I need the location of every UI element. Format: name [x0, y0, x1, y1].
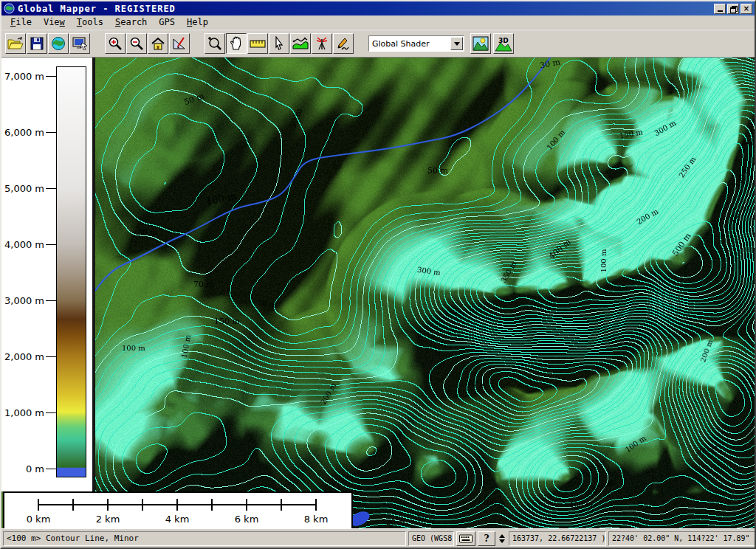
digitizer-button[interactable]: [333, 33, 354, 54]
spinner-down-icon[interactable]: [499, 539, 505, 546]
scalebar-tick: [72, 499, 74, 511]
global-mapper-window: Global Mapper - REGISTERED × FileViewToo…: [0, 0, 756, 549]
map-workspace: 50 m100 m50 m50 m30 m100 m150 m300 m400 …: [1, 58, 756, 531]
legend-tick-label: 5,000 m: [1, 183, 44, 194]
menu-item-help[interactable]: Help: [181, 16, 214, 28]
legend-tick: [46, 356, 56, 357]
dropdown-arrow-icon[interactable]: [450, 37, 463, 50]
legend-tick: [46, 244, 56, 245]
view-shed-button[interactable]: [312, 33, 332, 54]
help-button[interactable]: ?: [478, 531, 495, 546]
contour-label: 70 m: [193, 280, 214, 289]
scale-bar: 0 km2 km4 km6 km8 km: [3, 491, 353, 530]
3d-view-icon: 3D: [495, 35, 512, 52]
contour-label: 400 m: [742, 139, 756, 147]
menu-item-view[interactable]: View: [38, 16, 71, 28]
legend-tick: [46, 412, 56, 413]
window-title: Global Mapper - REGISTERED: [18, 4, 714, 14]
elevation-legend: 7,000 m6,000 m5,000 m4,000 m3,000 m2,000…: [1, 58, 95, 491]
shader-dropdown-value: Global Shader: [369, 39, 450, 49]
scalebar-label: 8 km: [304, 514, 329, 525]
scalebar-label: 6 km: [235, 514, 259, 525]
close-button[interactable]: ×: [740, 4, 752, 14]
zoom-in-button[interactable]: [105, 33, 126, 54]
zoom-in-icon: [108, 36, 123, 51]
minimize-button[interactable]: [714, 4, 726, 14]
legend-tick-label: 7,000 m: [1, 71, 44, 82]
save-button[interactable]: [27, 33, 47, 54]
map-view[interactable]: 50 m100 m50 m50 m30 m100 m150 m300 m400 …: [95, 58, 756, 531]
globe-icon: [51, 36, 66, 51]
legend-tick: [46, 188, 56, 189]
landscape-image-icon: [472, 36, 489, 51]
scalebar-tick: [211, 499, 213, 511]
menu-item-gps[interactable]: GPS: [153, 16, 181, 28]
restore-button[interactable]: [727, 4, 739, 14]
zoom-tool-icon: [207, 36, 222, 51]
shader-dropdown[interactable]: Global Shader: [368, 35, 464, 52]
keyboard-icon: [459, 534, 472, 543]
monitor-icon: [72, 36, 88, 51]
ruler-icon: [250, 38, 266, 49]
open-folder-icon: [7, 37, 24, 50]
keyboard-button[interactable]: [456, 531, 475, 546]
profile-ruler-button[interactable]: [169, 33, 190, 54]
title-bar: Global Mapper - REGISTERED ×: [1, 1, 755, 15]
contour-label: 100 m: [122, 344, 145, 352]
feature-picker-button[interactable]: [269, 33, 289, 54]
measure-tool-button[interactable]: [247, 33, 268, 54]
app-globe-icon: [4, 3, 15, 14]
antenna-icon: [315, 36, 329, 51]
help-icon: ?: [484, 534, 489, 544]
legend-tick: [46, 76, 56, 77]
triangle-ruler-pencil-icon: [172, 36, 187, 51]
scalebar-tick: [142, 499, 143, 511]
legend-tick: [46, 469, 56, 469]
coordinate-spinner[interactable]: [498, 531, 506, 546]
cursor-arrow-icon: [273, 36, 285, 51]
restore-icon: [730, 6, 737, 12]
path-profile-button[interactable]: [290, 33, 311, 54]
minimize-icon: [718, 10, 723, 12]
contour-label: 150 m: [214, 317, 240, 326]
open-file-button[interactable]: [5, 33, 26, 54]
legend-tick-label: 1,000 m: [1, 407, 44, 418]
full-view-button[interactable]: [148, 33, 168, 54]
close-icon: ×: [743, 4, 749, 13]
projection-status: GEO (WGS8: [408, 531, 454, 546]
screen-capture-button[interactable]: [69, 33, 90, 54]
legend-tick-label: 4,000 m: [1, 239, 44, 250]
world-data-button[interactable]: [48, 33, 69, 54]
path-profile-icon: [292, 37, 309, 50]
contour-label: 100 m: [599, 249, 608, 273]
menu-bar: FileViewToolsSearchGPSHelp: [1, 15, 755, 30]
scalebar-label: 2 km: [96, 514, 120, 525]
legend-tick-label: 3,000 m: [1, 295, 44, 306]
scalebar-label: 0 km: [27, 514, 51, 525]
scalebar-label: 4 km: [165, 514, 190, 525]
contour-label: 20 m: [386, 518, 405, 526]
status-bar: <100 m> Contour Line, Minor GEO (WGS8 ? …: [1, 528, 756, 548]
menu-item-search[interactable]: Search: [109, 16, 153, 28]
scalebar-tick: [38, 499, 39, 511]
scalebar-tick: [315, 499, 317, 511]
floppy-disk-icon: [30, 37, 44, 50]
3d-label: 3D: [498, 37, 509, 44]
scalebar-tick: [107, 499, 109, 511]
menu-item-tools[interactable]: Tools: [71, 16, 109, 28]
menu-item-file[interactable]: File: [4, 16, 38, 28]
pencil-icon: [336, 36, 351, 51]
zoom-tool-button[interactable]: [205, 33, 225, 54]
scalebar-tick: [246, 499, 247, 511]
elevation-gradient-bar: [56, 66, 86, 477]
legend-tick: [46, 300, 56, 301]
scalebar-tick: [176, 499, 178, 511]
zoom-out-icon: [129, 36, 144, 51]
3d-view-button[interactable]: 3D: [493, 33, 514, 54]
pan-tool-button[interactable]: [226, 33, 247, 54]
spinner-up-icon[interactable]: [499, 531, 505, 538]
scalebar-tick: [281, 499, 282, 511]
contour-label: 30 m: [138, 228, 157, 236]
image-view-button[interactable]: [470, 33, 491, 54]
zoom-out-button[interactable]: [126, 33, 147, 54]
